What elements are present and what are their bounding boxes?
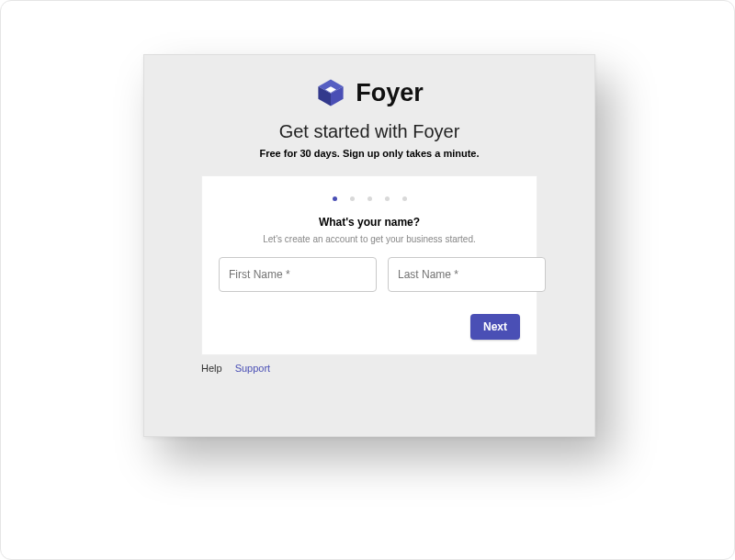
footer-links: Help Support [201,363,537,374]
first-name-input[interactable] [219,257,377,292]
wizard-question: What's your name? [219,216,520,229]
help-link[interactable]: Help [201,363,222,374]
step-dot-3 [368,196,372,201]
step-dot-2 [350,196,355,201]
signup-panel: Foyer Get started with Foyer Free for 30… [143,54,595,437]
step-dot-4 [385,196,390,201]
brand-logo-row: Foyer [144,77,594,108]
wizard-question-sub: Let's create an account to get your busi… [219,234,520,244]
name-fields [219,257,520,292]
wizard-actions: Next [219,314,520,340]
support-link[interactable]: Support [235,363,271,374]
foyer-logo-icon [315,77,346,108]
page-title: Get started with Foyer [144,121,594,142]
next-button[interactable]: Next [470,314,520,340]
last-name-input[interactable] [388,257,546,292]
step-dot-5 [402,196,407,201]
step-indicator [219,196,520,201]
brand-name: Foyer [356,79,424,107]
page-subtitle: Free for 30 days. Sign up only takes a m… [144,148,594,159]
wizard-card: What's your name? Let's create an accoun… [201,175,537,355]
step-dot-1 [333,196,337,201]
